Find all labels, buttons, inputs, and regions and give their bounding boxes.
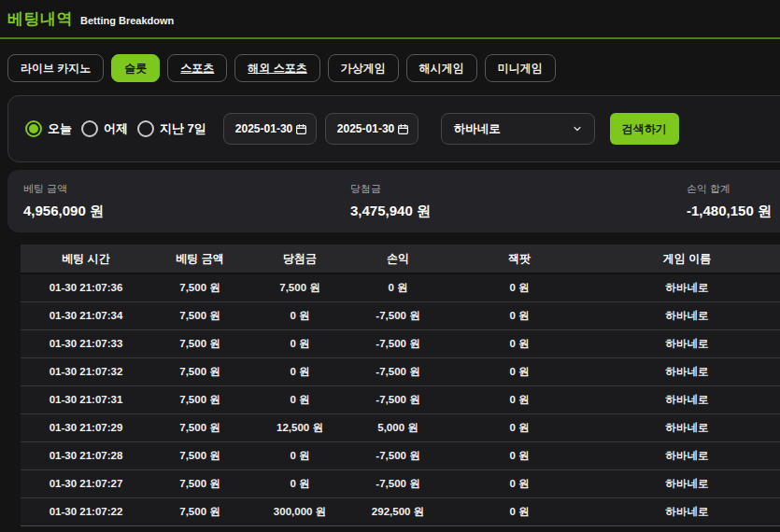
cell-game-name: 하바네로 [594,301,780,329]
cell-profit: 292,500 원 [351,497,445,525]
radio-last-7-days-label: 지난 7일 [160,120,206,137]
cell-bet-amount: 7,500 원 [151,301,248,329]
calendar-icon [397,123,409,135]
cell-bet-time: 01-30 21:07:36 [21,273,151,301]
cell-bet-amount: 7,500 원 [151,497,248,525]
cell-profit: 0 원 [351,273,445,301]
cell-win-amount: 0 원 [248,469,351,497]
page-header: 베팅내역 Betting Breakdown [0,0,780,39]
cell-jackpot: 0 원 [445,273,594,301]
table-row: 01-30 21:07:28 7,500 원 0 원 -7,500 원 0 원 … [21,441,780,469]
cell-game-name: 하바네로 [594,469,780,497]
tab-virtual-games[interactable]: 가상게임 [328,54,399,82]
cell-win-amount: 0 원 [248,385,351,413]
radio-last-7-days[interactable]: 지난 7일 [137,120,206,137]
radio-today[interactable]: 오늘 [25,120,72,137]
cell-jackpot: 0 원 [445,413,594,441]
cell-bet-time: 01-30 21:07:29 [21,413,151,441]
stat-profit-total-label: 손익 합계 [687,182,772,196]
table-row: 01-30 21:07:22 7,500 원 300,000 원 292,500… [21,497,780,525]
tab-hash-games[interactable]: 해시게임 [406,54,477,82]
cell-profit: -7,500 원 [351,469,445,497]
date-to-value: 2025-01-30 [337,122,394,135]
cell-bet-amount: 7,500 원 [151,329,248,357]
radio-yesterday-label: 어제 [104,120,128,137]
date-from-input[interactable]: 2025-01-30 [223,113,317,145]
stat-win-total-value: 3,475,940 원 [350,203,431,220]
cell-win-amount: 12,500 원 [248,413,351,441]
cell-game-name: 하바네로 [594,329,780,357]
cell-profit: -7,500 원 [351,357,445,385]
col-profit: 손익 [351,245,445,273]
table-row: 01-30 21:07:31 7,500 원 0 원 -7,500 원 0 원 … [21,385,780,413]
radio-unselected-icon [137,120,154,137]
cell-win-amount: 0 원 [248,441,351,469]
date-from-value: 2025-01-30 [235,122,292,135]
page-title: 베팅내역 [7,8,73,30]
cell-game-name: 하바네로 [594,357,780,385]
table-header: 베팅 시간 베팅 금액 당첨금 손익 잭팟 게임 이름 [21,245,780,273]
tab-sports[interactable]: 스포츠 [167,54,227,82]
cell-jackpot: 0 원 [445,357,594,385]
stat-win-total-label: 당첨금 [350,182,431,196]
col-bet-time: 베팅 시간 [21,245,151,273]
cell-game-name: 하바네로 [594,413,780,441]
stat-profit-total-value: -1,480,150 원 [687,203,772,220]
col-jackpot: 잭팟 [445,245,594,273]
cell-bet-amount: 7,500 원 [151,441,248,469]
cell-win-amount: 7,500 원 [248,273,351,301]
radio-today-label: 오늘 [48,120,72,137]
cell-win-amount: 0 원 [248,357,351,385]
chevron-down-icon [572,123,583,134]
radio-selected-icon [25,120,42,137]
table-row: 01-30 21:07:32 7,500 원 0 원 -7,500 원 0 원 … [21,357,780,385]
cell-game-name: 하바네로 [594,273,780,301]
radio-unselected-icon [81,120,98,137]
betting-breakdown-page: 베팅내역 Betting Breakdown 라이브 카지노 슬롯 스포츠 해외… [0,0,780,526]
category-tabs: 라이브 카지노 슬롯 스포츠 해외 스포츠 가상게임 해시게임 미니게임 [7,54,773,82]
cell-bet-time: 01-30 21:07:31 [21,385,151,413]
cell-bet-amount: 7,500 원 [151,357,248,385]
table-header-row: 베팅 시간 베팅 금액 당첨금 손익 잭팟 게임 이름 [21,245,780,273]
tab-live-casino[interactable]: 라이브 카지노 [7,54,104,82]
tab-slots[interactable]: 슬롯 [111,54,160,82]
cell-bet-amount: 7,500 원 [151,469,248,497]
table-row: 01-30 21:07:27 7,500 원 0 원 -7,500 원 0 원 … [21,469,780,497]
cell-profit: -7,500 원 [351,301,445,329]
cell-game-name: 하바네로 [594,441,780,469]
cell-win-amount: 0 원 [248,329,351,357]
cell-jackpot: 0 원 [445,497,594,525]
radio-yesterday[interactable]: 어제 [81,120,128,137]
betting-history-table: 베팅 시간 베팅 금액 당첨금 손익 잭팟 게임 이름 01-30 21:07:… [21,245,780,526]
date-range-radios: 오늘 어제 지난 7일 [25,120,206,137]
search-button[interactable]: 검색하기 [610,113,679,145]
cell-bet-time: 01-30 21:07:33 [21,329,151,357]
cell-bet-amount: 7,500 원 [151,273,248,301]
table-row: 01-30 21:07:33 7,500 원 0 원 -7,500 원 0 원 … [21,329,780,357]
provider-select-value: 하바네로 [454,121,501,137]
stat-win-total: 당첨금 3,475,940 원 [350,182,431,220]
stat-bet-total: 베팅 금액 4,956,090 원 [23,182,104,220]
table-row: 01-30 21:07:34 7,500 원 0 원 -7,500 원 0 원 … [21,301,780,329]
cell-bet-time: 01-30 21:07:28 [21,441,151,469]
provider-select[interactable]: 하바네로 [441,113,595,145]
cell-profit: -7,500 원 [351,441,445,469]
col-bet-amount: 베팅 금액 [151,245,248,273]
cell-profit: -7,500 원 [351,385,445,413]
tab-mini-games[interactable]: 미니게임 [485,54,556,82]
filter-panel: 오늘 어제 지난 7일 2025-01-30 2025-01-30 [7,95,780,162]
cell-jackpot: 0 원 [445,301,594,329]
table-row: 01-30 21:07:29 7,500 원 12,500 원 5,000 원 … [21,413,780,441]
cell-win-amount: 0 원 [248,301,351,329]
cell-profit: -7,500 원 [351,329,445,357]
cell-bet-time: 01-30 21:07:34 [21,301,151,329]
cell-profit: 5,000 원 [351,413,445,441]
cell-bet-amount: 7,500 원 [151,385,248,413]
stat-bet-total-value: 4,956,090 원 [23,203,104,220]
cell-jackpot: 0 원 [445,385,594,413]
table-row: 01-30 21:07:36 7,500 원 7,500 원 0 원 0 원 하… [21,273,780,301]
date-to-input[interactable]: 2025-01-30 [325,113,418,145]
cell-game-name: 하바네로 [594,497,780,525]
tab-overseas-sports[interactable]: 해외 스포츠 [234,54,319,82]
col-win-amount: 당첨금 [248,245,351,273]
